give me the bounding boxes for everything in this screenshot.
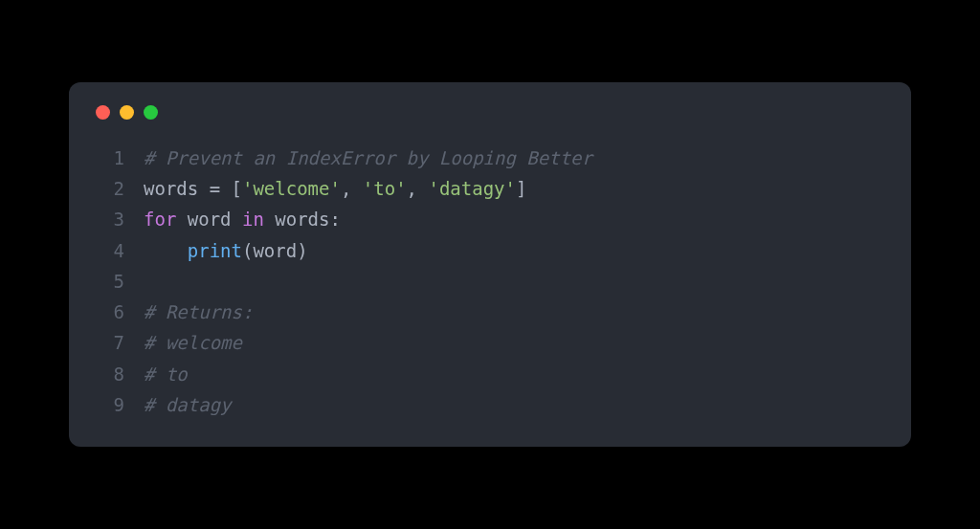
line-number: 2 [96, 173, 124, 204]
line-number: 8 [96, 359, 124, 389]
line-number: 6 [96, 297, 124, 327]
code-line: 6# Returns: [96, 297, 884, 327]
code-token: for [144, 209, 176, 230]
line-content: # Returns: [144, 297, 253, 327]
code-token: 'to' [363, 178, 407, 199]
code-token: 'welcome' [242, 178, 341, 199]
code-editor-window: 1# Prevent an IndexError by Looping Bett… [69, 82, 911, 448]
code-token: # datagy [144, 394, 232, 415]
code-area[interactable]: 1# Prevent an IndexError by Looping Bett… [96, 143, 884, 421]
code-token: words: [264, 209, 341, 230]
code-token [144, 240, 188, 261]
line-content: # Prevent an IndexError by Looping Bette… [144, 143, 592, 173]
minimize-icon[interactable] [120, 105, 134, 120]
code-token: ] [516, 178, 526, 199]
line-number: 5 [96, 266, 124, 297]
code-token: words [144, 178, 210, 199]
line-content: # to [144, 359, 188, 389]
line-number: 7 [96, 327, 124, 358]
line-content: print(word) [144, 235, 308, 266]
code-token: # Prevent an IndexError by Looping Bette… [144, 147, 592, 168]
code-line: 3for word in words: [96, 204, 884, 234]
code-line: 5 [96, 266, 884, 297]
code-token: print [188, 240, 242, 261]
code-line: 2words = ['welcome', 'to', 'datagy'] [96, 173, 884, 204]
code-token: word [176, 209, 242, 230]
line-number: 3 [96, 204, 124, 234]
code-line: 4 print(word) [96, 235, 884, 266]
code-line: 1# Prevent an IndexError by Looping Bett… [96, 143, 884, 173]
code-token: # welcome [144, 332, 242, 353]
line-content: # welcome [144, 327, 242, 358]
line-number: 4 [96, 235, 124, 266]
code-token: = [210, 178, 220, 199]
code-token: [ [220, 178, 242, 199]
code-token: (word) [242, 240, 308, 261]
window-controls [96, 105, 884, 120]
line-content: # datagy [144, 389, 232, 420]
close-icon[interactable] [96, 105, 110, 120]
code-line: 9# datagy [96, 389, 884, 420]
code-line: 7# welcome [96, 327, 884, 358]
code-token: 'datagy' [428, 178, 516, 199]
line-content: for word in words: [144, 204, 341, 234]
code-line: 8# to [96, 359, 884, 389]
code-token: # to [144, 364, 188, 385]
line-number: 9 [96, 389, 124, 420]
line-number: 1 [96, 143, 124, 173]
code-token: , [407, 178, 429, 199]
code-token: , [341, 178, 363, 199]
code-token: in [242, 209, 264, 230]
line-content: words = ['welcome', 'to', 'datagy'] [144, 173, 526, 204]
code-token: # Returns: [144, 301, 253, 322]
maximize-icon[interactable] [144, 105, 158, 120]
